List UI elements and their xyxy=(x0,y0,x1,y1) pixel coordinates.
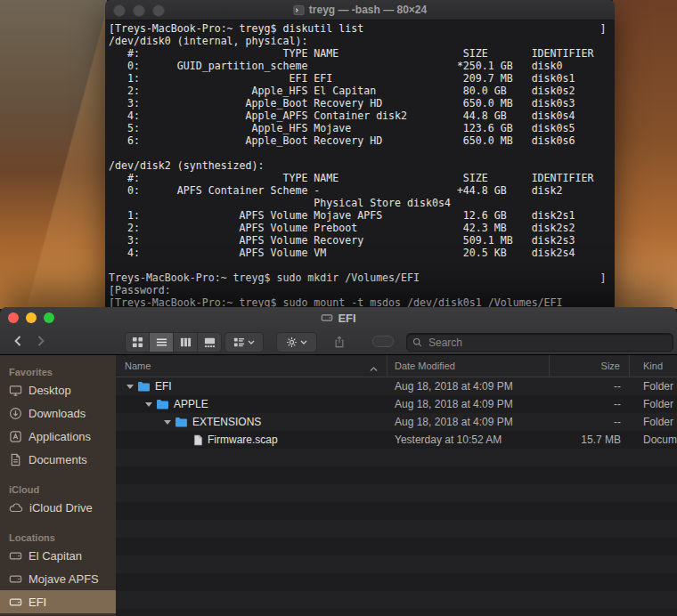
cloud-icon xyxy=(9,503,23,513)
finder-window-title: EFI xyxy=(338,312,355,325)
document-icon xyxy=(193,434,203,446)
gear-icon xyxy=(286,336,298,348)
column-header-date-modified[interactable]: Date Modified xyxy=(387,355,550,377)
sidebar-item-documents[interactable]: Documents xyxy=(0,448,116,471)
documents-icon xyxy=(9,453,22,466)
file-kind: Folder xyxy=(630,398,677,410)
view-mode-segmented-control xyxy=(125,332,222,353)
file-name: EXTENSIONS xyxy=(192,416,261,428)
sidebar-section-favorites: Favorites xyxy=(0,366,116,378)
action-menu-button[interactable] xyxy=(276,332,317,353)
grid-view-icon xyxy=(132,336,143,348)
column-view-icon xyxy=(180,336,192,348)
terminal-title: treyg — -bash — 80×24 xyxy=(309,4,427,16)
file-list: Name Date Modified Size Kind xyxy=(116,355,677,616)
finder-sidebar: Favorites Desktop Downloads Applications xyxy=(0,355,116,616)
share-button[interactable] xyxy=(328,332,351,351)
sidebar-item-label: Documents xyxy=(29,453,87,466)
disk-icon xyxy=(9,572,22,586)
terminal-titlebar[interactable]: treyg — -bash — 80×24 xyxy=(105,0,615,20)
search-icon xyxy=(412,337,422,347)
sidebar-item-desktop[interactable]: Desktop xyxy=(0,378,116,401)
list-column-headers: Name Date Modified Size Kind xyxy=(116,355,677,377)
wallpaper-right-strip xyxy=(613,0,677,309)
file-name: EFI xyxy=(155,380,172,393)
file-date: Aug 18, 2018 at 4:09 PM xyxy=(387,416,550,428)
chevron-down-icon xyxy=(248,340,255,344)
file-row[interactable]: Firmware.scap Yesterday at 10:52 AM 15.7… xyxy=(116,431,677,449)
finder-minimize-button[interactable] xyxy=(26,312,37,323)
sidebar-item-label: El Capitan xyxy=(29,549,82,563)
file-row[interactable]: EXTENSIONS Aug 18, 2018 at 4:09 PM -- Fo… xyxy=(116,413,677,431)
sidebar-item-efi[interactable]: EFI xyxy=(0,590,116,613)
folder-icon xyxy=(137,381,151,392)
file-name: Firmware.scap xyxy=(208,434,278,446)
downloads-icon xyxy=(9,407,22,420)
disk-icon xyxy=(9,549,22,563)
gallery-view-button[interactable] xyxy=(198,333,221,352)
search-field[interactable] xyxy=(406,333,673,352)
search-input[interactable] xyxy=(427,336,667,350)
file-size: -- xyxy=(550,398,630,410)
desktop-icon xyxy=(9,384,22,397)
forward-button[interactable] xyxy=(30,331,52,351)
finder-window: EFI xyxy=(0,307,677,616)
file-kind: Folder xyxy=(630,380,677,393)
sidebar-item-label: Desktop xyxy=(29,384,71,397)
terminal-close-button[interactable] xyxy=(113,4,126,17)
terminal-output[interactable]: [Treys-MacBook-Pro:~ treyg$ diskutil lis… xyxy=(105,20,615,309)
finder-titlebar[interactable]: EFI xyxy=(0,307,677,328)
disclosure-triangle-icon[interactable] xyxy=(164,420,175,425)
file-date: Aug 18, 2018 at 4:09 PM xyxy=(387,380,550,393)
finder-toolbar xyxy=(0,328,677,354)
gallery-view-icon xyxy=(204,336,216,348)
folder-icon xyxy=(175,417,188,427)
sidebar-item-label: Mojave APFS xyxy=(29,572,99,586)
share-icon xyxy=(334,336,345,348)
file-kind: Document xyxy=(630,434,677,446)
sidebar-item-icloud-drive[interactable]: iCloud Drive xyxy=(0,496,116,519)
folder-icon xyxy=(156,399,169,409)
file-size: -- xyxy=(550,380,630,393)
disclosure-triangle-icon[interactable] xyxy=(145,402,156,407)
sidebar-section-locations: Locations xyxy=(0,531,116,544)
column-header-name[interactable]: Name xyxy=(116,355,387,377)
file-name: APPLE xyxy=(174,398,208,410)
sidebar-item-label: iCloud Drive xyxy=(29,501,93,515)
list-view-button[interactable] xyxy=(150,333,174,352)
icon-view-button[interactable] xyxy=(126,333,150,352)
file-row[interactable]: APPLE Aug 18, 2018 at 4:09 PM -- Folder xyxy=(116,395,677,413)
file-size: -- xyxy=(550,416,630,428)
back-button[interactable] xyxy=(7,331,29,351)
finder-close-button[interactable] xyxy=(8,312,19,323)
sidebar-item-label: EFI xyxy=(29,596,46,609)
sidebar-item-mojave-apfs[interactable]: Mojave APFS xyxy=(0,567,116,590)
sidebar-item-applications[interactable]: Applications xyxy=(0,425,116,448)
terminal-zoom-button[interactable] xyxy=(152,4,165,17)
sidebar-section-icloud: iCloud xyxy=(0,483,116,496)
terminal-proxy-icon xyxy=(293,4,305,16)
edit-tags-button[interactable] xyxy=(367,332,399,351)
column-header-size[interactable]: Size xyxy=(550,355,630,377)
file-rows: EFI Aug 18, 2018 at 4:09 PM -- Folder AP… xyxy=(116,377,677,616)
file-date: Yesterday at 10:52 AM xyxy=(387,434,550,446)
file-kind: Folder xyxy=(630,416,677,428)
disclosure-triangle-icon[interactable] xyxy=(126,385,137,389)
sidebar-item-downloads[interactable]: Downloads xyxy=(0,401,116,425)
finder-proxy-disk-icon xyxy=(321,312,333,324)
file-date: Aug 18, 2018 at 4:09 PM xyxy=(387,398,550,410)
column-header-kind[interactable]: Kind xyxy=(630,355,677,377)
sidebar-item-label: Applications xyxy=(29,430,91,443)
list-view-icon xyxy=(156,336,167,348)
sidebar-item-el-capitan[interactable]: El Capitan xyxy=(0,544,116,567)
chevron-down-icon xyxy=(300,340,307,344)
column-view-button[interactable] xyxy=(174,333,198,352)
disk-icon xyxy=(9,596,22,609)
finder-zoom-button[interactable] xyxy=(44,312,54,323)
file-row[interactable]: EFI Aug 18, 2018 at 4:09 PM -- Folder xyxy=(116,377,677,395)
terminal-minimize-button[interactable] xyxy=(133,4,145,17)
sidebar-item-label: Downloads xyxy=(29,407,86,420)
group-by-button[interactable] xyxy=(224,332,264,353)
applications-icon xyxy=(9,430,22,443)
wallpaper-left-strip xyxy=(0,0,107,309)
